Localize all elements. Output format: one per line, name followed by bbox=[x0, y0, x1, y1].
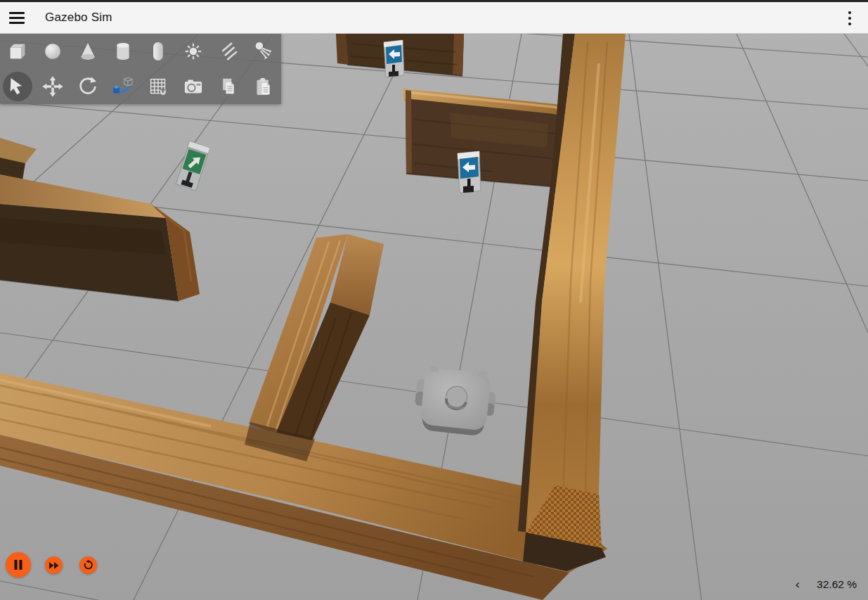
hamburger-menu-button[interactable] bbox=[0, 2, 34, 34]
screenshot-tool-button[interactable] bbox=[176, 69, 211, 104]
spot-light-icon bbox=[250, 38, 277, 65]
box-tool-button[interactable] bbox=[0, 34, 35, 69]
viewport-3d[interactable] bbox=[0, 34, 868, 600]
sphere-icon bbox=[39, 38, 66, 65]
reset-rotate-icon bbox=[83, 560, 93, 570]
rotate-icon bbox=[75, 73, 101, 100]
top-app-bar: Gazebo Sim bbox=[0, 0, 868, 34]
copy-tool-button[interactable] bbox=[211, 69, 246, 104]
capsule-icon bbox=[145, 38, 171, 65]
select-cursor-icon bbox=[4, 73, 31, 100]
point-light-tool-button[interactable] bbox=[176, 34, 211, 69]
translate-tool-button[interactable] bbox=[35, 69, 70, 104]
collapse-chevron-icon[interactable]: ‹ bbox=[793, 578, 801, 591]
view-angle-tool-button[interactable] bbox=[105, 69, 141, 104]
translate-icon bbox=[39, 73, 66, 100]
snap-grid-icon bbox=[145, 73, 171, 100]
scene-canvas[interactable] bbox=[0, 34, 868, 600]
sphere-tool-button[interactable] bbox=[35, 34, 70, 69]
cylinder-tool-button[interactable] bbox=[105, 34, 141, 69]
shapes-and-tools-toolbar bbox=[0, 34, 281, 104]
sign-blue-left-arrow-top[interactable] bbox=[384, 40, 404, 77]
pause-icon bbox=[13, 559, 24, 570]
snap-grid-tool-button[interactable] bbox=[141, 69, 176, 104]
spot-light-tool-button[interactable] bbox=[246, 34, 281, 69]
gazebo-sim-window: Gazebo Sim bbox=[0, 0, 868, 600]
point-light-icon bbox=[180, 38, 207, 65]
select-tool-button[interactable] bbox=[0, 69, 35, 104]
kebab-icon bbox=[848, 11, 851, 14]
pause-button[interactable] bbox=[6, 552, 31, 577]
cone-tool-button[interactable] bbox=[70, 34, 105, 69]
box-icon bbox=[4, 38, 31, 65]
screenshot-camera-icon bbox=[180, 73, 207, 100]
fast-forward-icon bbox=[49, 561, 59, 570]
reset-button[interactable] bbox=[79, 556, 97, 574]
hamburger-icon bbox=[9, 9, 25, 27]
sign-blue-left-arrow-middle[interactable] bbox=[458, 151, 481, 193]
directional-light-tool-button[interactable] bbox=[211, 34, 246, 69]
cone-icon bbox=[75, 38, 101, 65]
real-time-factor-panel: ‹ 32.62 % bbox=[793, 578, 857, 591]
view-angle-icon bbox=[110, 73, 136, 100]
rotate-tool-button[interactable] bbox=[70, 69, 105, 104]
directional-light-icon bbox=[215, 38, 242, 65]
cylinder-icon bbox=[110, 38, 136, 65]
paste-icon bbox=[250, 73, 277, 100]
app-title: Gazebo Sim bbox=[45, 11, 112, 25]
step-button[interactable] bbox=[45, 556, 63, 574]
copy-icon bbox=[215, 73, 242, 100]
capsule-tool-button[interactable] bbox=[141, 34, 176, 69]
overflow-menu-button[interactable] bbox=[837, 2, 862, 34]
rtf-value: 32.62 % bbox=[817, 578, 857, 591]
playback-controls bbox=[6, 552, 111, 580]
paste-tool-button[interactable] bbox=[246, 69, 281, 104]
